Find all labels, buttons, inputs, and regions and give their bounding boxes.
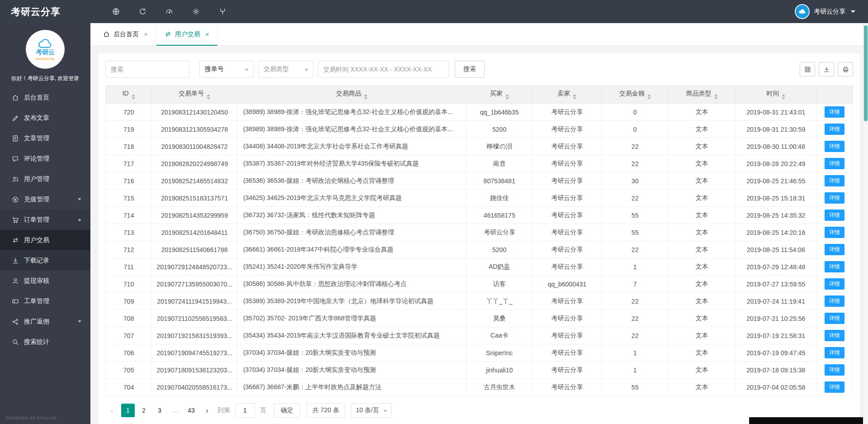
sort-icon[interactable]: [364, 94, 368, 100]
page-button-3[interactable]: 3: [153, 404, 166, 417]
sidebar-item-search-stats[interactable]: 搜索统计: [0, 332, 90, 352]
sidebar-item-recharge-management[interactable]: 充值管理: [0, 189, 90, 210]
cell-amount: 0: [602, 104, 668, 121]
detail-button[interactable]: 详情: [825, 381, 844, 393]
chevron-down-icon: [78, 320, 81, 323]
cell-seller: 考研云分享: [532, 293, 602, 310]
cell-id: 705: [106, 362, 152, 379]
detail-button[interactable]: 详情: [825, 141, 844, 152]
cell-order-no: 2019082820224998749: [152, 155, 237, 172]
refresh-icon[interactable]: [139, 8, 146, 15]
cell-amount: 55: [602, 207, 668, 224]
sidebar-item-comment-management[interactable]: 评论管理: [0, 148, 90, 169]
app-title[interactable]: 考研云分享: [0, 5, 90, 18]
print-icon[interactable]: [838, 62, 853, 76]
table-grid-icon[interactable]: [800, 62, 815, 76]
avatar: [795, 4, 810, 19]
transactions-panel: 搜单号 交易类型 搜索: [99, 53, 860, 424]
detail-button[interactable]: 详情: [825, 261, 844, 272]
sidebar-item-referral-commission[interactable]: 推广返佣: [0, 311, 90, 332]
cell-amount: 30: [602, 172, 668, 190]
page-button-2[interactable]: 2: [137, 404, 151, 417]
sidebar-item-article-management[interactable]: 文章管理: [0, 128, 90, 148]
sort-icon[interactable]: [132, 94, 135, 100]
cell-actions: 详情: [816, 172, 853, 190]
dashboard-icon[interactable]: [165, 8, 173, 15]
sort-icon[interactable]: [714, 94, 718, 100]
jump-page-input[interactable]: [235, 403, 255, 418]
scrollbar-thumb[interactable]: [864, 25, 868, 121]
table-row: 712 2019082511540661788 (36661) 36661-20…: [106, 241, 853, 258]
detail-button[interactable]: 详情: [825, 227, 844, 238]
search-button[interactable]: 搜索: [455, 61, 485, 78]
detail-button[interactable]: 详情: [825, 347, 844, 358]
cell-actions: 详情: [816, 362, 853, 379]
cell-seller: 考研云分享: [532, 344, 602, 362]
detail-button[interactable]: 详情: [825, 158, 844, 169]
cell-type: 文本: [668, 207, 736, 224]
prev-page-button[interactable]: [105, 404, 119, 417]
cell-type: 文本: [668, 258, 736, 276]
order-field-select[interactable]: 搜单号: [199, 61, 254, 78]
next-page-button[interactable]: [200, 404, 214, 417]
detail-button[interactable]: 详情: [825, 192, 844, 204]
sidebar-subitem-user-transactions[interactable]: 用户交易: [0, 230, 90, 250]
date-range-input[interactable]: [318, 61, 449, 78]
page-button-1[interactable]: 1: [121, 404, 135, 417]
sidebar-item-user-management[interactable]: 用户管理: [0, 169, 90, 189]
sidebar-item-withdrawal-review[interactable]: 提现审核: [0, 271, 90, 291]
detail-button[interactable]: 详情: [825, 106, 844, 118]
sidebar-item-work-orders[interactable]: 工单管理: [0, 291, 90, 311]
tab-dashboard[interactable]: 后台首页: [95, 23, 156, 45]
detail-button[interactable]: 详情: [825, 244, 844, 255]
detail-button[interactable]: 详情: [825, 330, 844, 341]
detail-button[interactable]: 详情: [825, 295, 844, 307]
transaction-type-select[interactable]: 交易类型: [258, 61, 313, 78]
detail-button[interactable]: 详情: [825, 278, 844, 290]
search-input[interactable]: [105, 61, 189, 78]
cell-buyer: SniperInc: [467, 344, 532, 362]
table-row: 715 2019082515183137571 (34625) 34625-20…: [106, 190, 853, 207]
sidebar-subitem-download-records[interactable]: 下载记录: [0, 250, 90, 271]
export-icon[interactable]: [819, 62, 834, 76]
logo[interactable]: 考研云 kaoyany.top: [0, 23, 90, 69]
page-button-43[interactable]: 43: [184, 404, 198, 417]
close-icon[interactable]: [144, 30, 148, 38]
cell-time: 2019-07-19 09:47:45: [736, 344, 816, 362]
sort-icon[interactable]: [505, 94, 509, 100]
detail-button[interactable]: 详情: [825, 313, 844, 324]
cell-actions: 详情: [816, 121, 853, 138]
cell-buyer: 考研云分享: [467, 224, 532, 241]
cell-order-no: 2019083011004828472: [152, 138, 237, 155]
fork-icon[interactable]: [219, 8, 226, 15]
sort-icon[interactable]: [782, 94, 785, 100]
confirm-button[interactable]: 确定: [274, 403, 300, 418]
cell-time: 2019-07-19 21:58:31: [736, 327, 816, 344]
sidebar-item-order-management[interactable]: 订单管理: [0, 210, 90, 230]
cell-order-no: 2019083121430120450: [152, 104, 237, 121]
cell-order-no: 2019083121305934278: [152, 121, 237, 138]
users-icon: [12, 176, 19, 183]
user-menu[interactable]: 考研云分享: [795, 4, 855, 19]
detail-button[interactable]: 详情: [825, 210, 844, 221]
cell-amount: 22: [602, 241, 668, 258]
cell-amount: 55: [602, 379, 668, 396]
page-scrollbar[interactable]: [863, 23, 868, 424]
sort-icon[interactable]: [647, 94, 651, 100]
tab-user-transactions[interactable]: 用户交易: [156, 23, 218, 45]
page-size-select[interactable]: 10 条/页: [351, 403, 391, 418]
cell-buyer: 南音: [467, 155, 532, 172]
cell-product: (34408) 34408-2019年北京大学社会学系社会工作考研真题: [237, 138, 466, 155]
cell-actions: 详情: [816, 224, 853, 241]
globe-icon[interactable]: [112, 8, 120, 15]
detail-button[interactable]: 详情: [825, 124, 844, 135]
detail-button[interactable]: 详情: [825, 364, 844, 376]
detail-button[interactable]: 详情: [825, 175, 844, 186]
cell-actions: 详情: [816, 190, 853, 207]
sidebar-item-publish-article[interactable]: 发布文章: [0, 108, 90, 128]
sidebar-item-dashboard[interactable]: 后台首页: [0, 87, 90, 108]
sort-icon[interactable]: [207, 94, 210, 100]
gear-icon[interactable]: [192, 8, 200, 15]
sort-icon[interactable]: [573, 94, 576, 100]
close-icon[interactable]: [205, 30, 209, 38]
